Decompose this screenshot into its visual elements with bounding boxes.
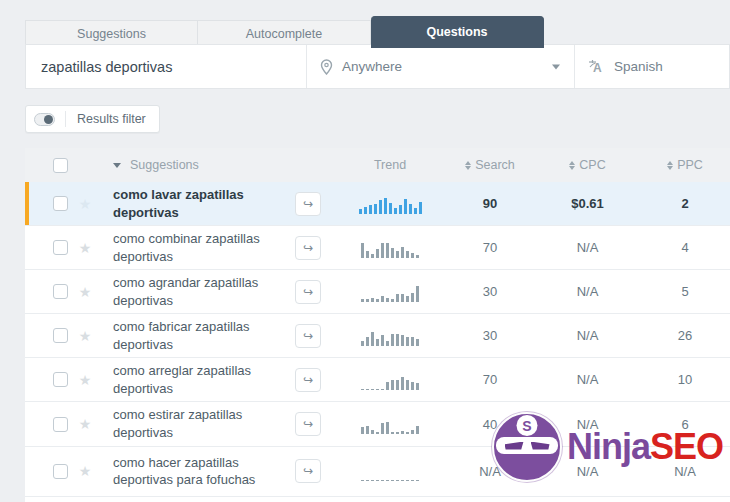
logo-text: NinjaSEO (567, 429, 723, 465)
trend-sparkline (335, 370, 445, 390)
keyword-text: como agrandar zapatillas deportivas (100, 270, 295, 313)
header-ppc[interactable]: PPC (640, 158, 730, 172)
header-suggestions[interactable]: Suggestions (100, 158, 295, 172)
row-checkbox[interactable] (53, 328, 68, 343)
location-select[interactable]: Anywhere (306, 45, 574, 88)
trend-sparkline (335, 326, 445, 346)
sort-icon (667, 161, 673, 170)
ppc-value: 26 (640, 328, 730, 343)
search-keyword-button[interactable]: ↪ (295, 459, 321, 483)
row-checkbox[interactable] (53, 417, 68, 432)
table-header-row: Suggestions Trend Search CPC PPC (25, 148, 730, 182)
star-icon[interactable]: ★ (70, 463, 100, 479)
keyword-input-wrap (26, 45, 306, 88)
header-cpc[interactable]: CPC (535, 158, 640, 172)
keyword-input[interactable] (41, 59, 306, 75)
ninja-eyes (496, 437, 558, 454)
language-value: Spanish (614, 59, 663, 74)
table-row[interactable]: ★ como combinar zapatillas deportivas ↪ … (25, 226, 730, 270)
ppc-value: 10 (640, 372, 730, 387)
keyword-text: como hacer zapatillas deportivas para fo… (100, 450, 295, 493)
trend-sparkline (335, 238, 445, 258)
star-icon[interactable]: ★ (70, 328, 100, 344)
keyword-text: como combinar zapatillas deportivas (100, 226, 295, 269)
location-value: Anywhere (342, 59, 402, 74)
search-keyword-button[interactable]: ↪ (295, 368, 321, 392)
cpc-value: N/A (535, 240, 640, 255)
star-icon[interactable]: ★ (70, 416, 100, 432)
keyword-text: como estirar zapatillas deportivas (100, 402, 295, 445)
table-row[interactable]: ★ como fabricar zapatillas deportivas ↪ … (25, 314, 730, 358)
search-keyword-button[interactable]: ↪ (295, 192, 321, 216)
chevron-down-icon (552, 64, 560, 69)
search-volume: 70 (445, 240, 535, 255)
ppc-value: 4 (640, 240, 730, 255)
trend-sparkline (335, 414, 445, 434)
translate-icon: A (588, 59, 605, 75)
results-filter-toggle-icon[interactable] (34, 113, 55, 126)
search-keyword-button[interactable]: ↪ (295, 280, 321, 304)
header-trend: Trend (335, 158, 445, 172)
trend-sparkline (335, 461, 445, 481)
ppc-value: 5 (640, 284, 730, 299)
row-checkbox[interactable] (53, 464, 68, 479)
tab-questions[interactable]: Questions (371, 16, 544, 48)
cpc-value: N/A (535, 284, 640, 299)
trend-sparkline (335, 282, 445, 302)
results-filter-label: Results filter (77, 112, 146, 126)
keyword-text: como arreglar zapatillas deportivas (100, 358, 295, 401)
table-row[interactable]: ★ como lavar zapatillas deportivas ↪ 90 … (25, 182, 730, 226)
ninjaseo-logo: S NinjaSEO (492, 412, 723, 482)
star-icon[interactable]: ★ (70, 240, 100, 256)
cpc-value: N/A (535, 328, 640, 343)
table-row[interactable]: ★ como agrandar zapatillas deportivas ↪ … (25, 270, 730, 314)
star-icon[interactable]: ★ (70, 196, 100, 212)
ppc-value: 2 (640, 196, 730, 211)
star-icon[interactable]: ★ (70, 284, 100, 300)
search-keyword-button[interactable]: ↪ (295, 412, 321, 436)
row-checkbox[interactable] (53, 196, 68, 211)
row-checkbox[interactable] (53, 284, 68, 299)
cpc-value: $0.61 (535, 196, 640, 211)
keyword-text: como fabricar zapatillas deportivas (100, 314, 295, 357)
keyword-research-page: Suggestions Autocomplete Questions Anywh… (0, 0, 730, 502)
table-row[interactable]: ★ como arreglar zapatillas deportivas ↪ … (25, 358, 730, 402)
search-volume: 90 (445, 196, 535, 211)
table-row[interactable]: ★ como lavar zapatillas deportivas en la… (25, 497, 730, 502)
results-filter-button[interactable]: Results filter (25, 105, 160, 133)
sort-icon (569, 161, 575, 170)
ninja-badge-letter: S (517, 415, 538, 436)
sort-icon (465, 161, 471, 170)
header-search[interactable]: Search (445, 158, 535, 172)
keyword-text: como lavar zapatillas deportivas (100, 182, 295, 225)
search-volume: 70 (445, 372, 535, 387)
search-volume: 30 (445, 328, 535, 343)
search-keyword-button[interactable]: ↪ (295, 236, 321, 260)
trend-sparkline (335, 194, 445, 214)
select-all-checkbox[interactable] (53, 158, 68, 173)
search-keyword-button[interactable]: ↪ (295, 324, 321, 348)
row-checkbox[interactable] (53, 372, 68, 387)
row-checkbox[interactable] (53, 240, 68, 255)
search-volume: 30 (445, 284, 535, 299)
divider (65, 111, 66, 127)
cpc-value: N/A (535, 372, 640, 387)
location-pin-icon (320, 59, 333, 75)
ninja-icon: S (492, 412, 562, 482)
search-bar: Anywhere A Spanish (25, 44, 730, 89)
star-icon[interactable]: ★ (70, 372, 100, 388)
sort-desc-icon (113, 163, 121, 168)
language-select[interactable]: A Spanish (574, 45, 729, 88)
